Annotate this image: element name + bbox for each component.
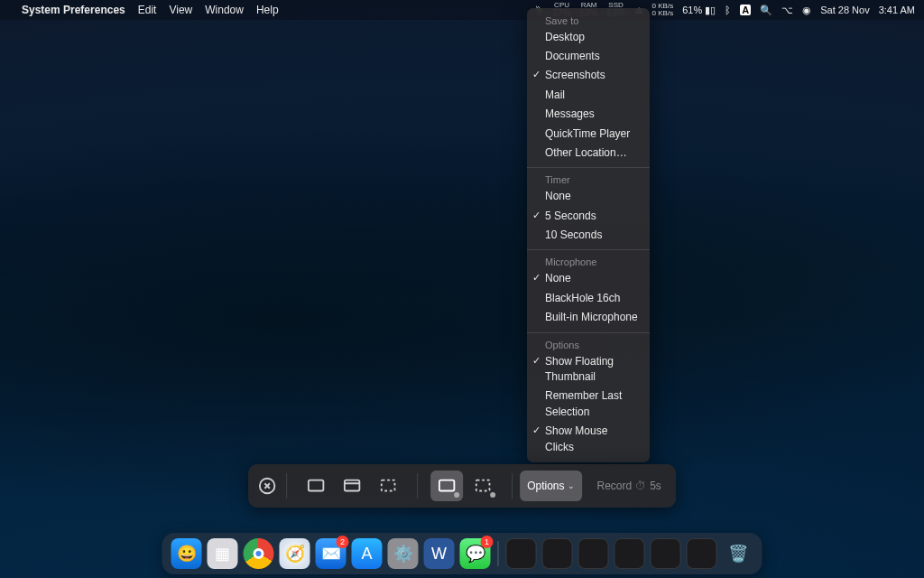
close-toolbar-button[interactable] — [255, 471, 279, 501]
timer-icon: ⏱ — [635, 480, 646, 492]
save-to-mail[interactable]: Mail — [527, 86, 650, 105]
menubar-date[interactable]: Sat 28 Nov — [820, 5, 869, 15]
dock-minimized-window[interactable] — [578, 538, 609, 569]
capture-entire-screen-button[interactable] — [300, 471, 332, 501]
options-section-options: Options — [527, 338, 650, 352]
save-to-screenshots[interactable]: Screenshots — [527, 66, 650, 85]
messages-badge: 1 — [481, 536, 494, 548]
dock-minimized-window[interactable] — [651, 538, 681, 569]
spotlight-icon[interactable]: 🔍 — [760, 5, 772, 16]
svg-rect-3 — [382, 480, 395, 491]
menu-window[interactable]: Window — [205, 4, 244, 16]
network-stat[interactable]: 0 KB/s0 KB/s — [652, 3, 674, 17]
dock-app-system-preferences[interactable]: ⚙️ — [388, 538, 419, 569]
svg-rect-1 — [309, 480, 324, 491]
timer-none[interactable]: None — [527, 187, 650, 206]
dock-app-safari[interactable]: 🧭 — [280, 538, 310, 569]
options-button[interactable]: Options ⌄ — [520, 471, 582, 501]
input-source-icon[interactable]: A — [740, 5, 751, 15]
timer-10s[interactable]: 10 Seconds — [527, 226, 650, 245]
dock-app-word[interactable]: W — [424, 538, 455, 569]
svg-rect-2 — [345, 480, 360, 491]
save-to-quicktime[interactable]: QuickTime Player — [527, 125, 650, 144]
opt-remember-selection[interactable]: Remember Last Selection — [527, 387, 650, 422]
save-to-documents[interactable]: Documents — [527, 47, 650, 66]
mic-builtin[interactable]: Built-in Microphone — [527, 308, 650, 327]
capture-group — [294, 471, 410, 501]
menu-view[interactable]: View — [169, 4, 192, 16]
chevron-down-icon: ⌄ — [568, 481, 575, 490]
capture-window-button[interactable] — [336, 471, 368, 501]
menu-edit[interactable]: Edit — [138, 4, 157, 16]
mic-none[interactable]: None — [527, 269, 650, 288]
save-to-messages[interactable]: Messages — [527, 105, 650, 124]
record-indicator-dot-icon — [454, 492, 459, 498]
menu-help[interactable]: Help — [256, 4, 279, 16]
dock-app-finder[interactable]: 😀 — [171, 538, 202, 569]
dock-minimized-window[interactable] — [506, 538, 537, 569]
menubar-time[interactable]: 3:41 AM — [879, 5, 915, 15]
dock: 😀 ▦ 🧭 ✉️2 A ⚙️ W 💬1 🗑️ — [162, 533, 762, 574]
record-action-label[interactable]: Record ⏱ 5s — [587, 480, 668, 492]
dock-app-mail[interactable]: ✉️2 — [316, 538, 346, 569]
save-to-desktop[interactable]: Desktop — [527, 28, 650, 47]
timer-5s[interactable]: 5 Seconds — [527, 207, 650, 226]
record-entire-screen-button[interactable] — [430, 471, 463, 501]
opt-show-mouse-clicks[interactable]: Show Mouse Clicks — [527, 422, 650, 457]
mail-badge: 2 — [337, 536, 349, 548]
mic-blackhole[interactable]: BlackHole 16ch — [527, 289, 650, 308]
opt-floating-thumbnail[interactable]: Show Floating Thumbnail — [527, 352, 650, 387]
options-button-label: Options — [527, 480, 564, 492]
siri-icon[interactable]: ◉ — [802, 5, 811, 16]
dock-trash[interactable]: 🗑️ — [723, 538, 753, 569]
dock-app-appstore[interactable]: A — [352, 538, 383, 569]
record-group — [425, 471, 504, 501]
options-section-timer: Timer — [527, 172, 650, 187]
options-section-microphone: Microphone — [527, 255, 650, 269]
svg-rect-5 — [476, 480, 490, 491]
svg-rect-4 — [439, 480, 455, 491]
menubar: System Preferences Edit View Window Help… — [0, 0, 924, 20]
dock-app-messages[interactable]: 💬1 — [460, 538, 491, 569]
record-timer-value: 5s — [650, 480, 661, 492]
app-menu[interactable]: System Preferences — [22, 4, 125, 16]
record-selection-button[interactable] — [467, 471, 499, 501]
dock-app-launchpad[interactable]: ▦ — [208, 538, 238, 569]
save-to-other[interactable]: Other Location… — [527, 144, 650, 163]
control-center-icon[interactable]: ⌥ — [781, 5, 793, 16]
record-indicator-dot-icon — [490, 492, 495, 498]
options-section-save-to: Save to — [527, 14, 650, 28]
battery-status[interactable]: 61% ▮▯ — [682, 5, 716, 16]
dock-minimized-window[interactable] — [542, 538, 573, 569]
dock-minimized-window[interactable] — [687, 538, 717, 569]
dock-app-chrome[interactable] — [244, 538, 274, 569]
capture-selection-button[interactable] — [372, 471, 404, 501]
screenshot-options-menu: Save to Desktop Documents Screenshots Ma… — [527, 8, 650, 462]
dock-minimized-window[interactable] — [614, 538, 645, 569]
bluetooth-icon[interactable]: ᛒ — [725, 5, 731, 15]
screenshot-toolbar: Options ⌄ Record ⏱ 5s — [248, 464, 676, 508]
